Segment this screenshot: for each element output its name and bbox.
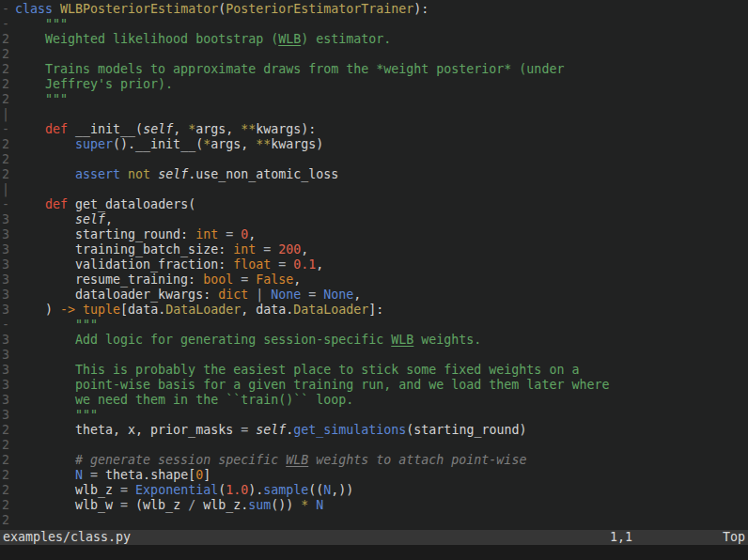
- fold-indicator: 2: [0, 453, 15, 468]
- code-line[interactable]: 2 super().__init__(*args, **kwargs): [0, 137, 748, 152]
- code-token: |: [248, 288, 271, 302]
- code-token: WLB: [286, 453, 308, 467]
- code-line[interactable]: - """: [0, 17, 748, 32]
- code-token: self: [256, 423, 286, 437]
- code-line[interactable]: 3 dataloader_kwargs: dict | None = None,: [0, 288, 748, 303]
- code-line[interactable]: 2 assert not self.use_non_atomic_loss: [0, 167, 748, 182]
- code-line[interactable]: 3 starting_round: int = 0,: [0, 227, 748, 242]
- code-token: theta.shape[: [105, 468, 195, 482]
- code-token: # generate session specific: [15, 453, 286, 467]
- code-line[interactable]: 2 theta, x, prior_masks = self.get_simul…: [0, 423, 748, 438]
- code-line[interactable]: - def __init__(self, *args, **kwargs):: [0, 122, 748, 137]
- code-token: DataLoader: [165, 303, 241, 317]
- code-token: N: [75, 468, 83, 482]
- code-line[interactable]: -class WLBPosteriorEstimator(PosteriorEs…: [0, 2, 748, 17]
- code-token: assert: [75, 167, 120, 181]
- code-line[interactable]: 2: [0, 152, 748, 167]
- fold-indicator: 2: [0, 152, 15, 167]
- fold-indicator: |: [0, 107, 15, 122]
- code-line[interactable]: 2 N = theta.shape[0]: [0, 468, 748, 483]
- command-line[interactable]: [0, 545, 748, 560]
- fold-indicator: -: [0, 318, 15, 333]
- code-token: kwargs):: [256, 122, 316, 136]
- code-line[interactable]: 2 """: [0, 92, 748, 107]
- code-line[interactable]: 2 wlb_z = Exponential(1.0).sample((N,)): [0, 483, 748, 498]
- code-token: Add logic for generating session-specifi…: [15, 333, 391, 347]
- fold-indicator: 2: [0, 438, 15, 453]
- code-token: sum: [248, 498, 271, 512]
- code-line[interactable]: 3 point-wise basis for a given training …: [0, 378, 748, 393]
- code-token: [data.: [120, 303, 165, 317]
- code-token: 1.0: [226, 483, 248, 497]
- code-line[interactable]: 2 Weighted likelihood bootstrap (WLB) es…: [0, 32, 748, 47]
- code-token: *: [203, 137, 210, 151]
- fold-indicator: 3: [0, 348, 15, 363]
- code-token: [120, 167, 128, 181]
- code-token: wlb_w: [15, 498, 120, 512]
- code-token: bool: [203, 272, 233, 287]
- code-line[interactable]: 3 training_batch_size: int = 200,: [0, 242, 748, 257]
- code-token: 0.1: [293, 257, 316, 272]
- code-line[interactable]: 3 self,: [0, 212, 748, 227]
- code-token: """: [15, 17, 68, 31]
- code-token: starting_round:: [15, 227, 195, 241]
- fold-indicator: 3: [0, 393, 15, 408]
- vim-editor-window: { "palette": { "background": "#212222", …: [0, 0, 748, 560]
- code-line[interactable]: 2: [0, 47, 748, 62]
- code-token: ]:: [368, 303, 383, 317]
- code-line[interactable]: - def get_dataloaders(: [0, 197, 748, 212]
- code-line[interactable]: 2 Jeffrey's prior).: [0, 77, 748, 92]
- code-token: ,)): [331, 483, 353, 497]
- code-line[interactable]: 3 resume_training: bool = False,: [0, 272, 748, 288]
- code-line[interactable]: 3 validation_fraction: float = 0.1,: [0, 257, 748, 272]
- fold-indicator: 2: [0, 483, 15, 498]
- statusbar-filename: examples/class.py: [3, 530, 610, 545]
- code-line[interactable]: - """: [0, 318, 748, 333]
- code-token: wlb_z: [15, 483, 120, 497]
- code-line[interactable]: 3 This is probably the easiest place to …: [0, 363, 748, 378]
- code-token: training_batch_size:: [15, 242, 233, 257]
- code-token: tuple: [83, 303, 120, 317]
- code-token: ((: [308, 483, 323, 497]
- code-line[interactable]: 2: [0, 438, 748, 453]
- code-line[interactable]: |: [0, 182, 748, 197]
- editor-buffer[interactable]: -class WLBPosteriorEstimator(PosteriorEs…: [0, 0, 748, 530]
- code-token: DataLoader: [293, 303, 368, 317]
- fold-indicator: 3: [0, 378, 15, 393]
- code-line[interactable]: 3 """: [0, 408, 748, 423]
- code-token: (: [218, 2, 226, 16]
- code-line[interactable]: 3 we need them in the ``train()`` loop.: [0, 393, 748, 408]
- code-line[interactable]: 2 # generate session specific WLB weight…: [0, 453, 748, 468]
- code-token: ,: [293, 272, 301, 287]
- code-token: WLBPosteriorEstimator: [60, 2, 218, 16]
- code-token: [15, 468, 75, 482]
- fold-indicator: 3: [0, 333, 15, 348]
- code-token: dict: [218, 288, 248, 302]
- code-line[interactable]: 2: [0, 513, 748, 528]
- code-token: None: [323, 288, 353, 302]
- fold-indicator: 2: [0, 137, 15, 152]
- code-token: get_simulations: [293, 423, 406, 437]
- statusbar: examples/class.py 1,1 Top: [0, 530, 748, 545]
- code-token: =: [233, 272, 256, 287]
- code-token: self: [143, 122, 173, 136]
- code-token: N: [316, 498, 323, 512]
- code-line[interactable]: 3 Add logic for generating session-speci…: [0, 333, 748, 348]
- code-token: **: [256, 137, 271, 151]
- code-line[interactable]: 3: [0, 348, 748, 363]
- code-token: Weighted likelihood bootstrap (: [15, 32, 278, 46]
- code-token: sample: [263, 483, 308, 497]
- code-token: def: [45, 122, 68, 136]
- code-token: not: [128, 167, 150, 181]
- code-line[interactable]: |: [0, 107, 748, 122]
- fold-indicator: 3: [0, 212, 15, 227]
- code-token: [75, 303, 83, 317]
- statusbar-cursor-position: 1,1: [610, 530, 632, 545]
- code-token: [15, 137, 75, 151]
- fold-indicator: 3: [0, 242, 15, 257]
- code-line[interactable]: 3 ) -> tuple[data.DataLoader, data.DataL…: [0, 303, 748, 318]
- code-token: ,: [353, 288, 361, 302]
- code-line[interactable]: 2 wlb_w = (wlb_z / wlb_z.sum()) * N: [0, 498, 748, 513]
- code-token: =: [301, 288, 323, 302]
- code-line[interactable]: 2 Trains models to approximate draws fro…: [0, 62, 748, 77]
